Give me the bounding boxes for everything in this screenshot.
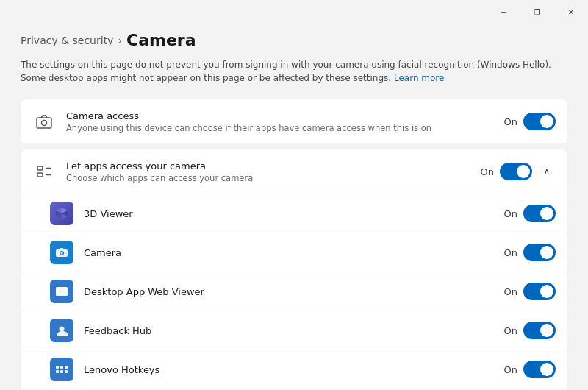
app-name-lenovo-hotkeys: Lenovo Hotkeys [84, 364, 504, 375]
app-control-lenovo-hotkeys: On [504, 361, 556, 378]
title-bar: − ❐ ✕ [0, 0, 588, 24]
let-apps-subtitle: Choose which apps can access your camera [66, 173, 481, 183]
let-apps-text: Let apps access your camera Choose which… [66, 160, 481, 183]
svg-rect-0 [37, 118, 51, 128]
svg-rect-24 [56, 370, 59, 373]
svg-rect-17 [56, 287, 68, 296]
let-apps-state: On [481, 166, 494, 177]
app-icon-camera [50, 241, 74, 264]
description-text: The settings on this page do not prevent… [21, 60, 551, 83]
svg-rect-21 [56, 366, 59, 369]
close-button[interactable]: ✕ [554, 0, 588, 24]
app-row-desktop: Desktop App Web Viewer On [21, 272, 567, 311]
app-state-camera: On [504, 247, 517, 258]
app-control-camera: On [504, 244, 556, 261]
app-state-lenovo-hotkeys: On [504, 364, 517, 375]
svg-point-15 [61, 252, 63, 255]
app-control-feedback: On [504, 322, 556, 339]
app-row-3dviewer: 3D Viewer On [21, 194, 567, 233]
learn-more-link[interactable]: Learn more [394, 73, 444, 83]
app-state-desktop: On [504, 286, 517, 297]
app-icon-3dviewer [50, 202, 74, 225]
camera-access-card: Camera access Anyone using this device c… [21, 99, 567, 143]
app-toggle-camera[interactable] [523, 244, 556, 261]
svg-point-1 [42, 121, 47, 126]
app-row-lenovo-hotkeys: Lenovo Hotkeys On [21, 350, 567, 389]
svg-rect-2 [37, 166, 43, 170]
let-apps-title: Let apps access your camera [66, 160, 481, 171]
let-apps-card: Let apps access your camera Choose which… [21, 149, 567, 390]
svg-rect-26 [65, 370, 68, 373]
let-apps-row: Let apps access your camera Choose which… [21, 149, 567, 194]
app-icon-feedback [50, 319, 74, 342]
svg-rect-22 [60, 366, 63, 369]
camera-access-title: Camera access [66, 110, 504, 121]
app-icon-lenovo-hotkeys [50, 358, 74, 381]
camera-access-state: On [504, 116, 517, 127]
app-control-3dviewer: On [504, 205, 556, 222]
app-row-camera: Camera On [21, 233, 567, 272]
camera-access-control: On [504, 113, 556, 130]
camera-access-toggle[interactable] [523, 113, 556, 130]
svg-rect-23 [65, 366, 68, 369]
app-toggle-feedback[interactable] [523, 322, 556, 339]
svg-rect-25 [60, 370, 63, 373]
app-toggle-3dviewer[interactable] [523, 205, 556, 222]
page-description: The settings on this page do not prevent… [21, 58, 567, 85]
breadcrumb: Privacy & security › Camera [21, 31, 567, 49]
minimize-button[interactable]: − [487, 0, 520, 24]
app-name-camera: Camera [84, 247, 504, 258]
main-content: Privacy & security › Camera The settings… [0, 24, 588, 390]
camera-access-text: Camera access Anyone using this device c… [66, 110, 504, 133]
app-name-3dviewer: 3D Viewer [84, 208, 504, 219]
svg-rect-20 [54, 361, 70, 377]
app-icon-desktop [50, 280, 74, 303]
let-apps-expand-button[interactable]: ∧ [538, 163, 556, 180]
app-name-feedback: Feedback Hub [84, 325, 504, 336]
app-state-3dviewer: On [504, 208, 517, 219]
let-apps-icon [32, 160, 56, 183]
svg-point-19 [60, 327, 65, 332]
maximize-button[interactable]: ❐ [520, 0, 554, 24]
breadcrumb-camera-title: Camera [126, 31, 196, 49]
breadcrumb-privacy-link[interactable]: Privacy & security [21, 35, 113, 46]
app-toggle-lenovo-hotkeys[interactable] [523, 361, 556, 378]
svg-rect-3 [37, 173, 43, 177]
app-row-feedback: Feedback Hub On [21, 311, 567, 350]
breadcrumb-separator: › [118, 35, 122, 46]
app-name-desktop: Desktop App Web Viewer [84, 286, 504, 297]
app-control-desktop: On [504, 283, 556, 300]
camera-access-subtitle: Anyone using this device can choose if t… [66, 123, 504, 133]
app-toggle-desktop[interactable] [523, 283, 556, 300]
let-apps-control: On ∧ [481, 163, 556, 180]
let-apps-toggle[interactable] [500, 163, 532, 180]
camera-access-row: Camera access Anyone using this device c… [21, 99, 567, 143]
camera-access-icon [32, 110, 56, 133]
app-state-feedback: On [504, 325, 517, 336]
